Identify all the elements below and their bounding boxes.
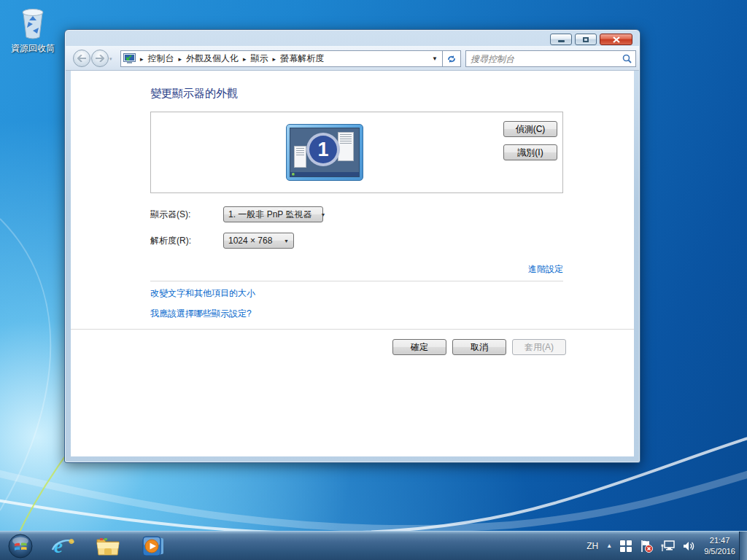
monitor-number-badge: 1 xyxy=(306,133,340,166)
detect-button[interactable]: 偵測(C) xyxy=(503,121,557,137)
titlebar[interactable] xyxy=(65,30,640,46)
screen-resolution-icon xyxy=(123,53,136,64)
ime-keyboard-icon[interactable] xyxy=(620,540,632,552)
close-button[interactable] xyxy=(600,34,632,45)
show-desktop-button[interactable] xyxy=(739,532,747,560)
display-combobox[interactable]: 1. 一般非 PnP 監視器 ▼ xyxy=(223,206,323,222)
taskbar-media-player[interactable] xyxy=(134,533,172,559)
action-center-flag-icon[interactable] xyxy=(640,540,653,553)
media-player-icon xyxy=(142,535,165,557)
windows-start-icon xyxy=(8,534,33,559)
display-label: 顯示器(S): xyxy=(150,206,190,222)
cancel-button[interactable]: 取消 xyxy=(452,339,506,355)
section-divider xyxy=(150,281,563,281)
footer-divider xyxy=(71,329,634,330)
minimize-icon xyxy=(558,40,565,42)
monitor-number: 1 xyxy=(317,139,328,161)
identify-button[interactable]: 識別(I) xyxy=(503,144,557,160)
desktop: 資源回收筒 xyxy=(0,0,747,560)
refresh-icon xyxy=(446,55,457,63)
make-text-larger-link[interactable]: 改變文字和其他項目的大小 xyxy=(150,287,255,300)
screen-resolution-window: ▾ ▸ 控制台 ▸ 外觀及個人化 ▸ 顯示 ▸ 螢幕解析度 xyxy=(64,29,640,463)
taskbar-internet-explorer[interactable]: e xyxy=(44,533,82,559)
breadcrumb-chevron-icon: ▸ xyxy=(241,55,248,63)
clock-time: 21:47 xyxy=(704,535,735,546)
taskbar: e xyxy=(0,531,747,560)
navigation-bar: ▾ ▸ 控制台 ▸ 外觀及個人化 ▸ 顯示 ▸ 螢幕解析度 xyxy=(66,46,639,71)
resolution-label: 解析度(R): xyxy=(150,233,191,249)
page-title: 變更顯示器的外觀 xyxy=(150,87,238,101)
back-button[interactable] xyxy=(73,50,90,67)
search-icon[interactable] xyxy=(618,54,635,63)
advanced-settings-link[interactable]: 進階設定 xyxy=(528,263,563,276)
back-arrow-icon xyxy=(77,55,86,62)
display-combobox-value: 1. 一般非 PnP 監視器 xyxy=(224,209,316,221)
recycle-bin-label: 資源回收筒 xyxy=(6,42,60,55)
chevron-down-icon: ▼ xyxy=(316,212,330,217)
search-input[interactable] xyxy=(466,51,618,66)
taskbar-clock[interactable]: 21:47 9/5/2016 xyxy=(704,535,735,557)
forward-arrow-icon xyxy=(96,55,104,62)
search-box xyxy=(465,50,636,67)
network-icon[interactable] xyxy=(661,540,675,552)
monitor-preview-panel: 1 偵測(C) 識別(I) xyxy=(150,112,563,193)
clock-date: 9/5/2016 xyxy=(704,546,735,557)
volume-icon[interactable] xyxy=(683,540,696,552)
minimize-button[interactable] xyxy=(550,34,572,45)
system-tray: ZH ▲ xyxy=(587,532,735,560)
close-icon xyxy=(613,36,620,43)
maximize-icon xyxy=(583,37,589,42)
address-dropdown-arrow[interactable]: ▼ xyxy=(427,51,442,66)
forward-button[interactable] xyxy=(91,50,109,67)
apply-button: 套用(A) xyxy=(512,339,566,355)
chevron-down-icon: ▼ xyxy=(279,238,293,244)
breadcrumb-chevron-icon: ▸ xyxy=(177,55,184,63)
maximize-button[interactable] xyxy=(575,34,597,45)
breadcrumb-control-panel[interactable]: 控制台 xyxy=(145,52,177,65)
start-button[interactable] xyxy=(1,533,39,559)
internet-explorer-icon: e xyxy=(51,535,74,557)
refresh-button[interactable] xyxy=(443,50,461,67)
ok-button[interactable]: 確定 xyxy=(392,339,446,355)
resolution-combobox[interactable]: 747 × 560 ▼ xyxy=(223,233,294,249)
breadcrumb-chevron-icon: ▸ xyxy=(271,55,278,63)
breadcrumb-display[interactable]: 顯示 xyxy=(248,52,271,65)
recycle-bin-shortcut[interactable]: 資源回收筒 xyxy=(6,6,60,55)
resolution-combobox-value: 747 × 560 xyxy=(224,236,276,246)
which-settings-link[interactable]: 我應該選擇哪些顯示設定? xyxy=(150,308,252,320)
breadcrumb-chevron-icon: ▸ xyxy=(139,55,145,63)
address-bar[interactable]: ▸ 控制台 ▸ 外觀及個人化 ▸ 顯示 ▸ 螢幕解析度 ▼ xyxy=(120,50,443,67)
breadcrumb-screen-resolution[interactable]: 螢幕解析度 xyxy=(277,52,327,65)
show-hidden-icons-button[interactable]: ▲ xyxy=(606,542,612,549)
thumbnail-window xyxy=(338,132,354,161)
language-indicator[interactable]: ZH xyxy=(587,541,598,551)
taskbar-windows-explorer[interactable] xyxy=(89,533,127,559)
thumbnail-window xyxy=(294,146,306,168)
recent-pages-dropdown[interactable]: ▾ xyxy=(109,56,112,62)
folder-icon xyxy=(96,536,120,556)
monitor-1-preview[interactable]: 1 xyxy=(286,124,363,181)
window-content: 變更顯示器的外觀 1 xyxy=(71,71,634,456)
monitor-screen-thumbnail: 1 xyxy=(290,128,360,177)
breadcrumb-appearance[interactable]: 外觀及個人化 xyxy=(183,52,241,65)
recycle-bin-icon xyxy=(18,31,48,42)
thumbnail-taskbar xyxy=(290,172,359,176)
